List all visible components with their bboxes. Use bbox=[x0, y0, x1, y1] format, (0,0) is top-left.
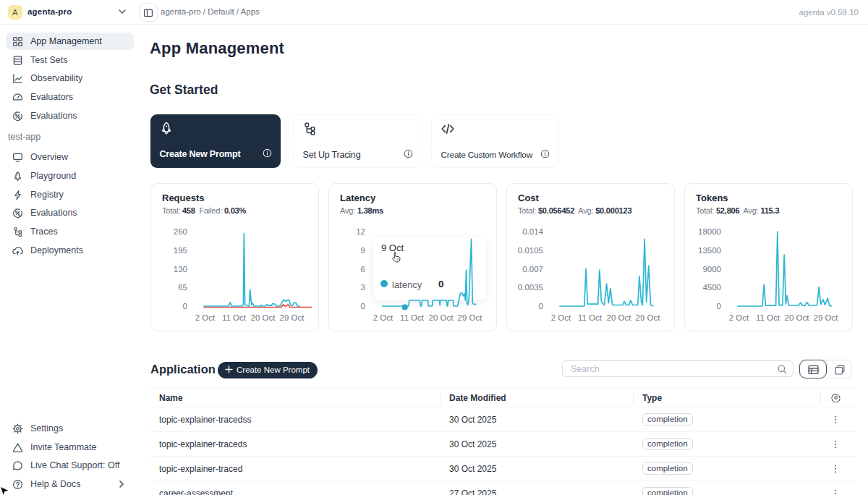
svg-text:0: 0 bbox=[717, 302, 721, 310]
svg-text:3: 3 bbox=[361, 283, 365, 292]
svg-text:18000: 18000 bbox=[698, 227, 721, 236]
svg-text:2 Oct: 2 Oct bbox=[729, 313, 749, 322]
svg-text:11 Oct: 11 Oct bbox=[578, 313, 603, 322]
svg-text:0.0105: 0.0105 bbox=[518, 246, 543, 255]
svg-text:65: 65 bbox=[178, 283, 187, 292]
svg-text:195: 195 bbox=[174, 246, 187, 255]
svg-text:260: 260 bbox=[174, 227, 187, 236]
svg-text:0.0035: 0.0035 bbox=[518, 283, 543, 292]
svg-text:11 Oct: 11 Oct bbox=[400, 313, 425, 322]
svg-text:0: 0 bbox=[361, 302, 365, 310]
svg-text:9000: 9000 bbox=[702, 265, 721, 274]
svg-text:0: 0 bbox=[183, 302, 187, 310]
svg-text:11 Oct: 11 Oct bbox=[756, 313, 780, 322]
svg-text:130: 130 bbox=[174, 265, 187, 274]
svg-text:0.014: 0.014 bbox=[522, 227, 543, 236]
svg-text:11 Oct: 11 Oct bbox=[222, 313, 247, 322]
svg-text:2 Oct: 2 Oct bbox=[551, 313, 571, 322]
svg-text:20 Oct: 20 Oct bbox=[607, 313, 632, 322]
svg-text:2 Oct: 2 Oct bbox=[373, 313, 393, 322]
svg-text:2 Oct: 2 Oct bbox=[195, 313, 216, 322]
svg-text:12: 12 bbox=[356, 227, 365, 236]
svg-text:20 Oct: 20 Oct bbox=[429, 313, 454, 322]
svg-text:0.007: 0.007 bbox=[522, 265, 543, 274]
svg-text:29 Oct: 29 Oct bbox=[280, 313, 305, 322]
svg-text:29 Oct: 29 Oct bbox=[458, 313, 483, 322]
svg-text:29 Oct: 29 Oct bbox=[636, 313, 661, 322]
svg-text:29 Oct: 29 Oct bbox=[814, 313, 839, 322]
svg-text:13500: 13500 bbox=[698, 246, 721, 255]
svg-text:9: 9 bbox=[361, 246, 365, 255]
svg-text:20 Oct: 20 Oct bbox=[785, 313, 810, 322]
svg-text:6: 6 bbox=[361, 265, 365, 274]
svg-text:4500: 4500 bbox=[702, 283, 721, 292]
svg-text:0: 0 bbox=[539, 302, 543, 310]
svg-text:20 Oct: 20 Oct bbox=[251, 313, 276, 322]
